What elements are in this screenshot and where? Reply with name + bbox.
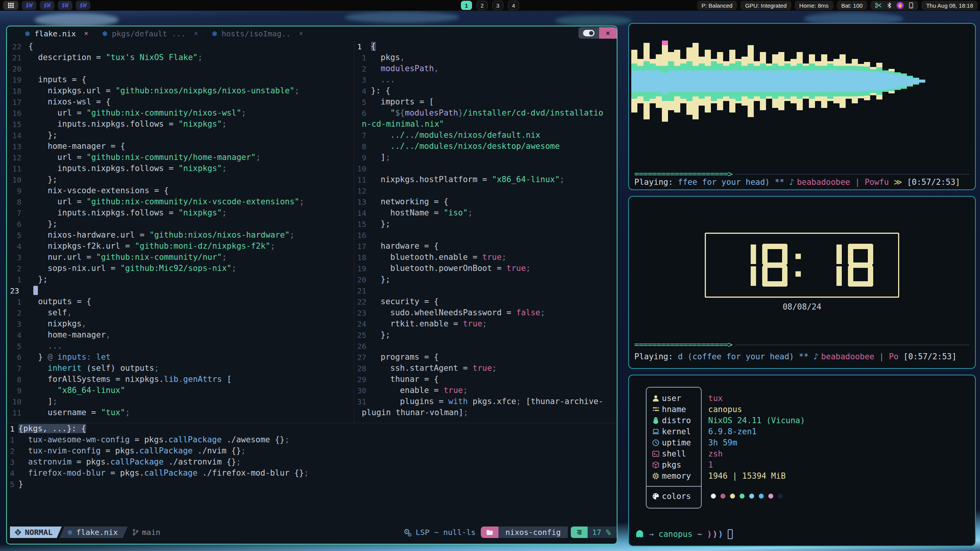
tag-2[interactable]: 2 xyxy=(477,1,488,10)
visualizer-column xyxy=(961,28,967,134)
tab-flake-nix[interactable]: ❄flake.nix× xyxy=(24,29,88,38)
tag-3[interactable]: 3 xyxy=(492,1,503,10)
prompt-host: canopus xyxy=(658,530,693,539)
palette-dot-3 xyxy=(730,494,735,499)
tab-hosts-isoImag-[interactable]: ❄hosts/isoImag..× xyxy=(212,29,303,38)
line-content: bluetooth.enable = true; xyxy=(371,252,506,263)
line-content: }: { xyxy=(371,85,390,96)
terminal-prompt[interactable]: → canopus ~ ))) xyxy=(635,528,733,540)
line-number: 12 xyxy=(7,153,28,162)
clock-digit xyxy=(762,244,787,287)
seven-segment-clock xyxy=(705,233,899,298)
line-number: 21 xyxy=(7,53,28,62)
line-content: }; xyxy=(28,130,57,141)
line-number: 16 xyxy=(354,231,371,240)
line-content: inputs.nixpkgs.follows = "nixpkgs"; xyxy=(28,163,227,174)
line-content: ... xyxy=(371,74,395,85)
progress-track xyxy=(735,345,970,345)
line-content: url = "github:nix-community/home-manager… xyxy=(28,152,261,163)
tab-pkgs-default-[interactable]: ❄pkgs/default ...× xyxy=(102,29,198,38)
line-number: 1 xyxy=(7,297,28,306)
line-number: 18 xyxy=(354,253,371,262)
terminal-color-palette xyxy=(711,494,783,499)
code-pane-flake[interactable]: 22{21 description = "tux's NixOS Flake";… xyxy=(7,41,354,423)
workspace-button-2[interactable]: $W xyxy=(40,1,54,10)
line-content: home-manager, xyxy=(28,329,111,341)
gear-icon: ⚙⚙ xyxy=(403,528,412,537)
visualizer-column xyxy=(784,28,791,134)
visualizer-column xyxy=(729,28,735,134)
window-close-button[interactable]: × xyxy=(599,27,617,39)
workspace-button-3[interactable]: $W xyxy=(58,1,72,10)
code-line: 16 xyxy=(354,230,617,241)
tag-1[interactable]: 1 xyxy=(461,1,472,10)
line-content: inherit (self) outputs; xyxy=(28,363,159,374)
line-number: 20 xyxy=(7,64,28,73)
fetch-label: colors xyxy=(662,492,691,501)
branch-label: main xyxy=(142,528,160,537)
visualizer-column xyxy=(778,28,784,134)
line-content: } xyxy=(18,479,23,490)
code-pane-iso-image[interactable]: 1{1 pkgs,2 modulesPath,3 ...4}: {5 impor… xyxy=(354,41,617,423)
line-number: 11 xyxy=(354,175,371,184)
line-content: ssh.startAgent = true; xyxy=(371,363,497,374)
line-number: 22 xyxy=(354,297,371,306)
workspace-button-1[interactable]: $W xyxy=(22,1,36,10)
fetch-label: distro xyxy=(662,416,691,425)
code-line: 3 nur.url = "github:nix-community/nur"; xyxy=(7,252,354,263)
tab-close-icon[interactable]: × xyxy=(194,30,198,37)
prompt-chevron: ) xyxy=(718,530,724,539)
palette-dot-5 xyxy=(749,494,754,499)
tag-4[interactable]: 4 xyxy=(508,1,519,10)
code-line: 15 }; xyxy=(354,218,617,230)
palette-dot-7 xyxy=(768,494,773,499)
tab-close-icon[interactable]: × xyxy=(84,30,88,37)
line-content: {pkgs, ...}: { xyxy=(18,423,86,434)
status-pill-4: Bat: 100 xyxy=(837,1,867,10)
fetch-divider xyxy=(647,486,701,487)
line-number: 29 xyxy=(354,375,371,384)
visualizer-column xyxy=(803,28,809,134)
visualizer-column xyxy=(833,28,840,134)
fetch-row-user: usertux xyxy=(652,393,970,404)
launcher-button[interactable] xyxy=(3,1,18,10)
visualizer-column xyxy=(772,28,778,134)
line-content: ../../modules/nixos/default.nix xyxy=(371,130,541,141)
workspace-button-4[interactable]: $W xyxy=(76,1,90,10)
clock-digit xyxy=(731,244,756,287)
progress-dashes: =====================> xyxy=(634,340,732,349)
visualizer-column xyxy=(815,28,821,134)
visualizer-column xyxy=(913,28,919,134)
visualizer-column xyxy=(846,28,852,134)
tab-close-icon[interactable]: × xyxy=(299,30,303,37)
code-line: 11 nixpkgs.hostPlatform = "x86_64-linux"… xyxy=(354,174,617,185)
code-line: 5 ... xyxy=(7,341,354,352)
line-number: 9 xyxy=(7,386,28,395)
lines-icon xyxy=(576,529,582,535)
code-line: 21 description = "tux's NixOS Flake"; xyxy=(7,52,354,63)
code-line: 4 home-manager, xyxy=(7,329,354,341)
file-segment[interactable]: ❄ flake.nix xyxy=(59,527,127,538)
code-line: 9 nix-vscode-extensions = { xyxy=(7,185,354,196)
code-line: 5} xyxy=(7,479,617,490)
line-number: 4 xyxy=(354,86,371,96)
tab-label: flake.nix xyxy=(34,29,76,38)
prompt-arrow: → xyxy=(649,530,658,539)
neovim-window: ❄flake.nix×❄pkgs/default ...×❄hosts/isoI… xyxy=(6,26,617,544)
code-pane-pkgs-default[interactable]: 1{pkgs, ...}: {1 tux-awesome-wm-config =… xyxy=(7,423,617,515)
code-line: 22 security = { xyxy=(354,296,617,307)
visualizer-column xyxy=(637,28,644,134)
visualizer-column xyxy=(656,28,662,134)
branch-segment[interactable]: main xyxy=(132,528,160,537)
datetime-pill[interactable]: Thu Aug 08, 18:18 xyxy=(921,1,978,10)
code-line: 10 }; xyxy=(7,174,354,185)
line-content: plugin thunar-volman]; xyxy=(362,407,468,418)
code-line: 1 pkgs, xyxy=(354,52,617,63)
system-tray[interactable] xyxy=(871,1,918,10)
code-line: 7 inputs.nixpkgs.follows = "nixpkgs"; xyxy=(7,207,354,218)
flame-icon xyxy=(897,2,904,9)
window-toggle-button[interactable] xyxy=(578,27,599,39)
line-number: 8 xyxy=(354,142,371,151)
fetch-label: hname xyxy=(662,405,686,414)
line-number: 4 xyxy=(7,469,18,478)
